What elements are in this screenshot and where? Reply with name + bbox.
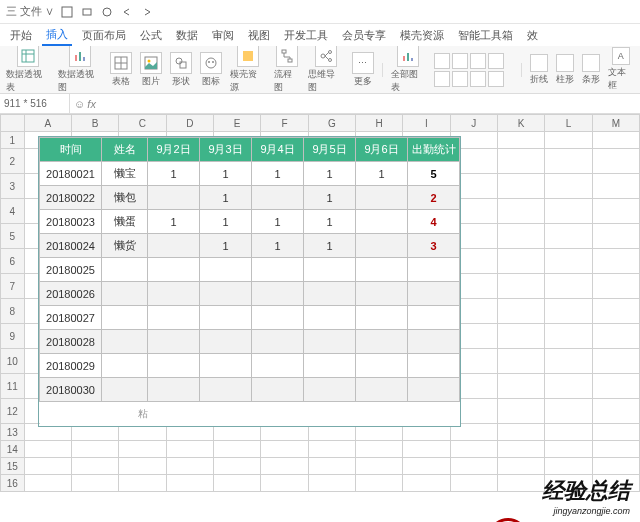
table-cell[interactable] — [252, 306, 304, 330]
cell[interactable] — [24, 475, 71, 492]
preview-icon[interactable] — [100, 5, 114, 19]
col-header[interactable]: E — [213, 115, 260, 132]
table-cell[interactable]: 20180029 — [40, 354, 102, 378]
all-charts-button[interactable]: 全部图表 — [391, 46, 426, 94]
cell[interactable] — [545, 299, 592, 324]
table-cell[interactable]: 20180022 — [40, 186, 102, 210]
cell[interactable] — [24, 441, 71, 458]
table-cell[interactable]: 20180027 — [40, 306, 102, 330]
table-cell[interactable]: 懒货 — [102, 234, 148, 258]
cell[interactable] — [24, 458, 71, 475]
table-cell[interactable] — [356, 258, 408, 282]
picture-button[interactable]: 图片 — [140, 52, 162, 88]
col-header[interactable]: B — [71, 115, 118, 132]
table-button[interactable]: 表格 — [110, 52, 132, 88]
col-header[interactable]: H — [355, 115, 402, 132]
table-cell[interactable] — [252, 354, 304, 378]
table-cell[interactable] — [200, 258, 252, 282]
chart-pie-icon[interactable] — [470, 53, 486, 69]
table-cell[interactable]: 2 — [408, 186, 460, 210]
table-cell[interactable] — [304, 354, 356, 378]
col-header[interactable]: G — [308, 115, 355, 132]
row-header[interactable]: 10 — [1, 349, 25, 374]
cell[interactable] — [119, 458, 166, 475]
table-cell[interactable]: 4 — [408, 210, 460, 234]
cell[interactable] — [71, 441, 118, 458]
row-header[interactable]: 9 — [1, 324, 25, 349]
mindmap-button[interactable]: 思维导图 — [308, 46, 343, 94]
table-cell[interactable] — [304, 378, 356, 402]
tab-view[interactable]: 视图 — [244, 26, 274, 45]
cell[interactable] — [545, 149, 592, 174]
row-header[interactable]: 3 — [1, 174, 25, 199]
cell[interactable] — [403, 458, 450, 475]
col-header[interactable]: M — [592, 115, 639, 132]
table-cell[interactable] — [356, 330, 408, 354]
col-header[interactable]: D — [166, 115, 213, 132]
cell[interactable] — [261, 441, 308, 458]
table-cell[interactable]: 20180024 — [40, 234, 102, 258]
cell[interactable] — [355, 458, 402, 475]
table-cell[interactable] — [408, 258, 460, 282]
table-cell[interactable]: 1 — [304, 186, 356, 210]
table-cell[interactable] — [200, 306, 252, 330]
cell[interactable] — [308, 475, 355, 492]
col-header[interactable]: K — [497, 115, 544, 132]
chart-stock-icon[interactable] — [452, 71, 468, 87]
cell[interactable] — [403, 475, 450, 492]
cell[interactable] — [592, 374, 639, 399]
table-cell[interactable] — [252, 378, 304, 402]
cell[interactable] — [545, 324, 592, 349]
tab-formula[interactable]: 公式 — [136, 26, 166, 45]
tab-member[interactable]: 会员专享 — [338, 26, 390, 45]
row-header[interactable]: 14 — [1, 441, 25, 458]
cell[interactable] — [497, 324, 544, 349]
table-cell[interactable] — [148, 258, 200, 282]
table-cell[interactable] — [356, 354, 408, 378]
cell[interactable] — [71, 458, 118, 475]
sparkline-bar[interactable]: 条形 — [582, 54, 600, 86]
col-header[interactable]: A — [24, 115, 71, 132]
row-header[interactable]: 6 — [1, 249, 25, 274]
table-cell[interactable] — [252, 258, 304, 282]
tab-template[interactable]: 模壳资源 — [396, 26, 448, 45]
table-cell[interactable]: 1 — [148, 210, 200, 234]
table-cell[interactable]: 20180028 — [40, 330, 102, 354]
cell[interactable] — [592, 274, 639, 299]
table-cell[interactable] — [102, 354, 148, 378]
cell[interactable] — [213, 475, 260, 492]
more-button[interactable]: ⋯更多 — [352, 52, 374, 88]
table-cell[interactable] — [200, 330, 252, 354]
chart-bar-icon[interactable] — [452, 53, 468, 69]
cell[interactable] — [119, 441, 166, 458]
cell[interactable] — [545, 441, 592, 458]
cell[interactable] — [545, 249, 592, 274]
cell[interactable] — [166, 458, 213, 475]
cell[interactable] — [545, 424, 592, 441]
cell[interactable] — [545, 374, 592, 399]
table-cell[interactable]: 1 — [200, 162, 252, 186]
table-cell[interactable] — [102, 306, 148, 330]
cell[interactable] — [545, 199, 592, 224]
table-cell[interactable] — [252, 186, 304, 210]
paste-options-icon[interactable]: 粘 — [40, 402, 148, 426]
tab-start[interactable]: 开始 — [6, 26, 36, 45]
row-header[interactable]: 8 — [1, 299, 25, 324]
table-cell[interactable]: 1 — [356, 162, 408, 186]
cell[interactable] — [497, 249, 544, 274]
cell[interactable] — [545, 349, 592, 374]
row-header[interactable]: 4 — [1, 199, 25, 224]
cell[interactable] — [261, 475, 308, 492]
pivot-table-button[interactable]: 数据透视表 — [6, 46, 50, 94]
table-cell[interactable]: 懒包 — [102, 186, 148, 210]
cell[interactable] — [592, 132, 639, 149]
table-cell[interactable]: 1 — [148, 162, 200, 186]
cell[interactable] — [592, 399, 639, 424]
cell[interactable] — [497, 199, 544, 224]
col-header[interactable]: C — [119, 115, 166, 132]
cell[interactable] — [592, 324, 639, 349]
cell[interactable] — [450, 441, 497, 458]
cell[interactable] — [355, 475, 402, 492]
table-cell[interactable] — [252, 282, 304, 306]
cell[interactable] — [497, 274, 544, 299]
